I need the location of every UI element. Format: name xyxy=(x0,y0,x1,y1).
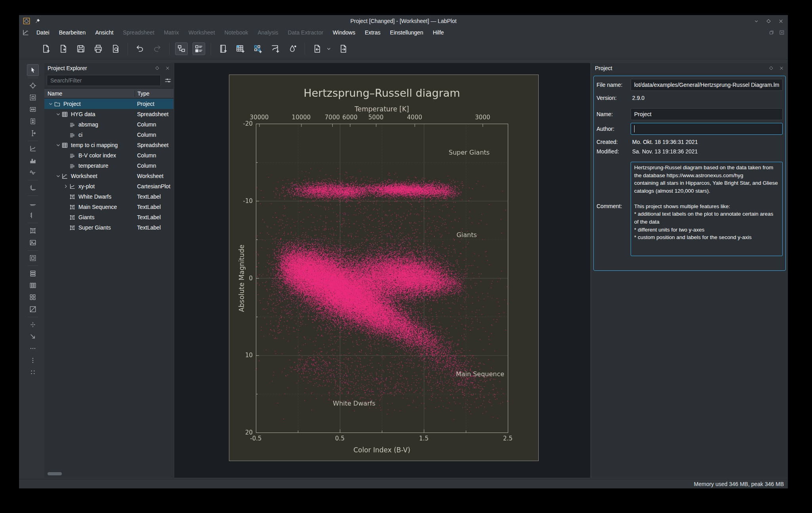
worksheet-page[interactable]: Hertzsprung–Russell diagramTemperature [… xyxy=(229,75,539,461)
break-layout-tool-icon[interactable] xyxy=(27,303,39,315)
import-dropdown-icon[interactable] xyxy=(326,46,332,52)
textlabel-icon xyxy=(69,214,76,221)
new-workbook-button[interactable] xyxy=(217,42,229,55)
filter-options-icon[interactable] xyxy=(164,77,172,84)
author-input[interactable] xyxy=(631,123,783,135)
plot-title[interactable]: Hertzsprung–Russell diagram xyxy=(303,87,460,99)
add-axis-tool-icon[interactable] xyxy=(27,182,39,194)
comment-textarea[interactable]: Hertzsprung-Russel diagram based on the … xyxy=(631,162,783,256)
chevron-down-icon[interactable] xyxy=(55,142,61,148)
text-label-giants[interactable]: Giants xyxy=(456,231,477,239)
new-matrix-button[interactable] xyxy=(252,42,264,55)
toggle-project-explorer-button[interactable] xyxy=(175,42,188,55)
float-button[interactable] xyxy=(766,18,772,24)
float-dock-icon[interactable] xyxy=(154,65,160,71)
tree-row-temperature[interactable]: temperatureColumn xyxy=(44,161,173,171)
zoom-select-tool-icon[interactable] xyxy=(27,92,39,103)
add-axis-bottom-tool-icon[interactable] xyxy=(27,197,39,209)
tree-row-b-v-color-index[interactable]: B-V color indexColumn xyxy=(44,150,173,161)
menu-einstellungen[interactable]: Einstellungen xyxy=(385,28,428,37)
tree-row-hyg-data[interactable]: HYG dataSpreadsheet xyxy=(44,109,173,119)
chevron-right-icon[interactable] xyxy=(63,183,69,190)
menu-bearbeiten[interactable]: Bearbeiten xyxy=(54,28,91,37)
tree-row-temp-to-ci-mapping[interactable]: temp to ci mappingSpreadsheet xyxy=(44,140,173,150)
tree-row-absmag[interactable]: absmagColumn xyxy=(44,119,173,130)
mdi-close-button[interactable] xyxy=(779,30,785,35)
save-project-button[interactable] xyxy=(74,42,87,55)
close-dock-icon[interactable] xyxy=(779,65,784,71)
close-button[interactable] xyxy=(778,18,784,24)
export-button[interactable] xyxy=(337,42,349,55)
text-label-white-dwarfs[interactable]: White Dwarfs xyxy=(333,399,375,407)
text-label-main-sequence[interactable]: Main Sequence xyxy=(456,370,504,377)
grid-layout-tool-icon[interactable] xyxy=(27,291,39,303)
new-worksheet-button[interactable] xyxy=(269,42,282,55)
add-xy-curve-tool-icon[interactable] xyxy=(27,143,39,155)
close-dock-icon[interactable] xyxy=(165,65,170,71)
tree-row-worksheet[interactable]: WorksheetWorksheet xyxy=(44,171,173,181)
print-button[interactable] xyxy=(92,42,105,55)
text-label-super-giants[interactable]: Super Giants xyxy=(449,149,490,156)
add-text-label-tool-icon[interactable] xyxy=(27,225,39,237)
crosshair-cursor-tool-icon[interactable] xyxy=(27,80,39,92)
tree-row-giants[interactable]: GiantsTextLabel xyxy=(44,212,173,222)
toggle-properties-explorer-button[interactable] xyxy=(193,42,205,55)
zoom-y-select-tool-icon[interactable] xyxy=(27,115,39,127)
add-fourier-filter-tool-icon[interactable] xyxy=(27,167,39,178)
move-tool-icon[interactable] xyxy=(27,319,39,331)
dots-horizontal-tool-icon[interactable] xyxy=(27,343,39,354)
name-label: Name: xyxy=(597,111,613,117)
text-caret xyxy=(634,125,635,132)
tree-row-white-dwarfs[interactable]: White DwarfsTextLabel xyxy=(44,191,173,202)
print-preview-button[interactable] xyxy=(109,42,122,55)
tree-row-main-sequence[interactable]: Main SequenceTextLabel xyxy=(44,202,173,212)
color-maps-button[interactable] xyxy=(286,42,299,55)
folder-icon xyxy=(54,101,61,107)
tree-row-super-giants[interactable]: Super GiantsTextLabel xyxy=(44,222,173,233)
properties-header: Project xyxy=(592,63,787,73)
tree-row-project[interactable]: ProjectProject xyxy=(44,99,173,109)
add-plot-area-tool-icon[interactable] xyxy=(27,252,39,264)
chevron-down-icon[interactable] xyxy=(55,111,61,117)
chevron-down-icon[interactable] xyxy=(48,101,54,107)
horizontal-layout-tool-icon[interactable] xyxy=(27,279,39,291)
zoom-x-select-tool-icon[interactable] xyxy=(27,103,39,115)
tree-item-name: White Dwarfs xyxy=(78,193,111,200)
xy-plot-canvas[interactable] xyxy=(229,75,539,461)
tree-item-type: Spreadsheet xyxy=(137,111,168,117)
column-header-name[interactable]: Name xyxy=(44,90,135,97)
open-project-button[interactable] xyxy=(57,42,70,55)
menu-ansicht[interactable]: Ansicht xyxy=(90,28,118,37)
menu-extras[interactable]: Extras xyxy=(360,28,385,37)
vertical-layout-tool-icon[interactable] xyxy=(27,268,39,279)
undo-button[interactable] xyxy=(133,42,146,55)
new-spreadsheet-button[interactable] xyxy=(234,42,247,55)
cursor-line-tool-icon[interactable] xyxy=(27,127,39,139)
add-axis-left-tool-icon[interactable] xyxy=(27,209,39,221)
menu-windows[interactable]: Windows xyxy=(328,28,360,37)
import-button[interactable] xyxy=(311,42,323,55)
select-cursor-tool-icon[interactable] xyxy=(27,64,39,76)
pin-icon[interactable] xyxy=(34,18,41,24)
tree-item-name: absmag xyxy=(78,121,98,128)
name-input[interactable] xyxy=(631,108,783,120)
tree-row-ci[interactable]: ciColumn xyxy=(44,130,173,140)
tree-row-xy-plot[interactable]: xy-plotCartesianPlot xyxy=(44,181,173,191)
column-header-type[interactable]: Type xyxy=(135,90,173,97)
float-dock-icon[interactable] xyxy=(768,65,774,71)
menu-hilfe[interactable]: Hilfe xyxy=(428,28,449,37)
add-histogram-tool-icon[interactable] xyxy=(27,155,39,167)
add-image-tool-icon[interactable] xyxy=(27,237,39,249)
mdi-restore-button[interactable] xyxy=(769,30,774,35)
dots-grid-tool-icon[interactable] xyxy=(27,366,39,378)
horizontal-scrollbar[interactable] xyxy=(48,472,62,475)
arrow-tool-icon[interactable] xyxy=(27,331,39,343)
dots-vertical-tool-icon[interactable] xyxy=(27,354,39,366)
menu-datei[interactable]: Datei xyxy=(32,28,54,37)
search-input[interactable] xyxy=(47,75,161,86)
file-name-input[interactable] xyxy=(631,79,783,91)
new-project-button[interactable] xyxy=(40,42,52,55)
chevron-down-icon[interactable] xyxy=(55,173,61,179)
column-icon xyxy=(69,152,76,159)
shade-button[interactable] xyxy=(753,18,759,24)
